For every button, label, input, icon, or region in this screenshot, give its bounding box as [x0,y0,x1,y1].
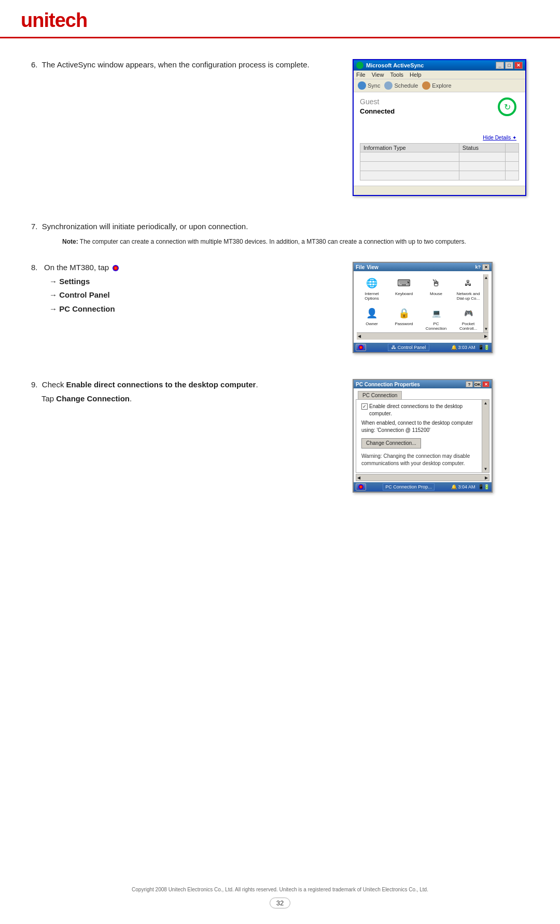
menu-file[interactable]: File [356,72,366,78]
activesync-body-inner: Guest Connected ↻ Hide Details ✦ Informa… [360,97,519,180]
pc-help-btn[interactable]: ? [466,381,473,387]
hide-details-link[interactable]: Hide Details ✦ [360,135,519,141]
minimize-button[interactable]: _ [496,62,504,69]
when-enabled-text: When enabled, connect to the desktop com… [361,419,477,434]
change-connection-btn[interactable]: Change Connection... [361,438,421,449]
window-controls[interactable]: _ □ ✕ [496,62,523,69]
step8-text: 8. On the MT380, tap → Settings → Contro… [31,262,353,317]
explore-icon [422,81,430,90]
windows-icon [113,265,119,271]
activesync-title: Microsoft ActiveSync [366,62,424,68]
icon-pocket[interactable]: 🎮 Pocket Controll... [453,304,483,332]
ce-help-btn[interactable]: k? [475,264,481,270]
menu-tools[interactable]: Tools [390,72,403,78]
ce-menu-file[interactable]: File [356,264,365,270]
pc-body: ✓ Enable direct connections to the deskt… [358,400,480,470]
taskbar-cp-button[interactable]: 🖧 Control Panel [388,344,430,351]
table-row [360,152,519,162]
info-table: Information Type Status [360,143,519,180]
icon-pc-connection-label: PC Connection [423,321,450,331]
schedule-button[interactable]: Schedule [384,81,418,90]
ce-hscroll[interactable]: ◀ ▶ [357,332,488,340]
pc-connection-tab[interactable]: PC Connection [358,391,402,399]
pc-taskbar: PC Connection Prop... 🔔 3:04 AM 📱🔋 [354,482,492,492]
pc-tab-area: PC Connection [354,388,492,399]
menu-help[interactable]: Help [410,72,422,78]
pc-start-button[interactable] [356,483,366,491]
icon-password[interactable]: 🔒 Password [389,304,419,332]
activesync-icon [356,62,363,69]
step9-enable-bold: Enable direct connections to the desktop… [66,380,256,389]
sync-label: Sync [368,82,380,89]
ce-tray-icons: 📱🔋 [478,345,489,350]
icon-pc-connection[interactable]: 💻 PC Connection [421,304,451,332]
ce-icons-grid: 🌐 Internet Options ⌨ Keyboard 🖱 Mouse [357,274,483,332]
close-button[interactable]: ✕ [514,62,523,69]
icon-mouse[interactable]: 🖱 Mouse [421,274,451,302]
icon-keyboard[interactable]: ⌨ Keyboard [389,274,419,302]
step9-period2: . [130,394,132,403]
sync-icon [358,81,366,90]
ce-titlebar: File View k? ✕ [354,263,492,271]
icon-network[interactable]: 🖧 Network and Dial-up Co... [453,274,483,302]
ce-menu-view[interactable]: View [367,264,379,270]
sync-status-icon: ↻ [498,97,516,116]
activesync-window: Microsoft ActiveSync _ □ ✕ File View Too… [353,59,526,196]
col-status: Status [459,144,505,152]
icon-internet-options[interactable]: 🌐 Internet Options [357,274,387,302]
pc-vscroll[interactable]: ▲ ▼ [482,400,489,472]
step6-text: 6. The ActiveSync window appears, when t… [31,59,353,73]
activesync-menubar[interactable]: File View Tools Help [354,71,525,79]
pc-ok-btn[interactable]: OK [474,381,481,387]
icon-owner[interactable]: 👤 Owner [357,304,387,332]
sync-button[interactable]: Sync [358,81,380,90]
icon-owner-label: Owner [366,321,378,326]
note-label: Note: [62,238,78,245]
step7-description: Synchronization will initiate periodical… [42,222,248,231]
activesync-titlebar: Microsoft ActiveSync _ □ ✕ [354,60,525,71]
pc-taskbar-label: PC Connection Prop... [385,484,432,489]
network-icon: 🖧 [461,276,475,290]
table-row [360,171,519,180]
menu-view[interactable]: View [372,72,384,78]
table-row [360,162,519,171]
icon-pocket-label: Pocket Controll... [455,321,482,331]
ce-time-display: 🔔 3:03 AM [451,345,475,350]
start-button[interactable] [356,344,366,351]
ce-taskbar-label: Control Panel [398,345,426,350]
pc-taskbar-button[interactable]: PC Connection Prop... [383,483,435,491]
guest-label: Guest [360,97,493,106]
step6-number: 6. [31,60,42,69]
ce-close-btn[interactable]: ✕ [482,264,489,270]
pc-close-btn[interactable]: ✕ [482,381,489,387]
activesync-statusbar [354,186,525,195]
start-icon [358,345,363,350]
step7-text: 7. Synchronization will initiate periodi… [31,222,529,231]
ce-taskbar-icon: 🖧 [391,345,396,350]
col-empty [505,144,519,152]
ce-scrollbar[interactable]: ▲ ▼ [483,274,488,332]
ce-body-inner: 🌐 Internet Options ⌨ Keyboard 🖱 Mouse [357,274,488,332]
pc-checkbox-row: ✓ Enable direct connections to the deskt… [361,403,477,417]
step7-number: 7. [31,222,42,231]
explore-label: Explore [432,82,451,89]
titlebar-left: Microsoft ActiveSync [356,62,424,69]
pc-connection-window: PC Connection Properties ? OK ✕ PC Conne… [353,379,493,493]
icon-keyboard-label: Keyboard [395,291,413,296]
warning-text: Warning: Changing the connection may dis… [361,453,477,467]
icon-internet-label: Internet Options [358,291,385,301]
maximize-button[interactable]: □ [505,62,513,69]
logo-uni: uni [21,9,49,31]
step9-period: . [256,380,258,389]
step9-change-bold: Change Connection [56,394,130,403]
pc-titlebar: PC Connection Properties ? OK ✕ [354,380,492,388]
schedule-icon [384,81,393,90]
ce-taskbar-time: 🔔 3:03 AM 📱🔋 [451,345,489,350]
page-header: unitech [0,0,560,38]
pc-hscroll[interactable]: ◀ ▶ [356,474,489,481]
step8-cp: → Control Panel [49,290,110,299]
sync-arrow: ↻ [504,102,511,112]
explore-button[interactable]: Explore [422,81,451,90]
logo: unitech [21,9,539,32]
enable-checkbox[interactable]: ✓ [361,403,368,410]
